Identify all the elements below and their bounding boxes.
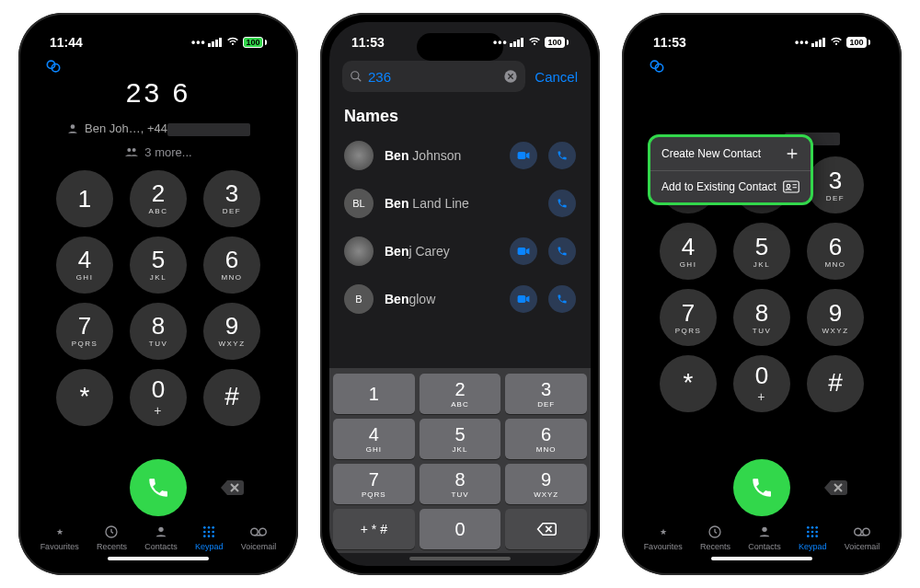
signal-dots-icon: ••• [795,36,808,49]
home-indicator[interactable] [409,557,511,560]
clock: 11:53 [351,35,385,50]
keypad-key-8[interactable]: 8TUV [733,289,790,346]
tab-bar: ★Favourites Recents Contacts Keypad Voic… [28,516,289,553]
keyboard-key-8[interactable]: 8TUV [420,464,501,504]
svg-point-36 [816,531,819,534]
video-call-button[interactable] [510,285,537,313]
keyboard-key-0[interactable]: 0 [420,509,501,549]
audio-call-button[interactable] [548,237,576,265]
menu-create-contact[interactable]: Create New Contact [650,137,811,170]
dialer-screen: 11:44 ••• 100 23 6 Ben Joh…, +44 [28,22,289,566]
tab-contacts[interactable]: Contacts [748,524,781,551]
keyboard-key-6[interactable]: 6MNO [505,419,587,459]
svg-point-14 [208,535,211,537]
keypad-key-0[interactable]: 0+ [733,355,790,412]
tab-keypad[interactable]: Keypad [195,524,224,551]
video-call-button[interactable] [510,237,537,265]
avatar: BL [344,189,374,218]
svg-point-2 [71,124,75,129]
svg-point-7 [203,526,206,529]
keyboard-key-5[interactable]: 5JKL [420,419,501,459]
search-results: Ben JohnsonBLBen Land LineBenj CareyBBen… [329,132,591,323]
search-result[interactable]: Benj Carey [329,227,591,275]
sim-filter-icon[interactable] [44,57,63,79]
keypad-key-1[interactable]: 1 [56,170,113,227]
suggested-contact-row[interactable]: Ben Joh…, +44 [28,121,289,136]
keypad-key-4[interactable]: 4GHI [660,223,717,280]
tab-recents[interactable]: Recents [97,524,127,551]
keypad-key-hash[interactable]: # [807,355,864,412]
search-input[interactable]: 236 [342,61,525,92]
keyboard-key-1[interactable]: 1 [333,374,415,414]
tab-favourites[interactable]: ★Favourites [644,524,683,551]
search-result[interactable]: BBenglow [329,275,591,323]
clear-search-icon[interactable] [503,69,518,84]
svg-rect-21 [518,248,526,255]
tab-keypad[interactable]: Keypad [799,524,827,551]
audio-call-button[interactable] [548,190,576,217]
keypad-key-2[interactable]: 2ABC [130,170,187,227]
svg-point-6 [158,527,163,532]
keypad-key-7[interactable]: 7PQRS [660,289,717,346]
redacted-number [167,123,250,136]
status-bar: 11:53 ••• 100 [631,22,892,53]
keypad-key-star[interactable]: * [56,369,113,426]
home-indicator[interactable] [711,557,812,560]
svg-point-8 [208,526,211,529]
keyboard-key-4[interactable]: 4GHI [333,419,415,459]
sim-filter-icon[interactable] [648,57,666,79]
search-result[interactable]: Ben Johnson [329,132,591,179]
keypad-key-6[interactable]: 6MNO [807,223,864,280]
tab-favourites[interactable]: ★Favourites [40,524,79,551]
keyboard-key-9[interactable]: 9WXYZ [505,464,587,504]
status-bar: 11:53 ••• 100 [329,22,591,53]
keypad-key-5[interactable]: 5JKL [733,223,790,280]
svg-point-11 [208,531,211,534]
dialer-screen-with-menu: 11:53 ••• 100 Create New Contact Add to … [631,22,892,566]
tab-voicemail[interactable]: Voicemail [241,524,277,551]
keyboard-backspace-key[interactable] [505,509,587,549]
wifi-icon [830,35,843,50]
keypad-key-4[interactable]: 4GHI [56,236,113,294]
audio-call-button[interactable] [548,285,576,313]
audio-call-button[interactable] [548,142,576,169]
avatar [344,141,374,170]
keyboard-symbols-key[interactable]: + * # [333,509,415,549]
keyboard-key-2[interactable]: 2ABC [420,374,501,414]
backspace-button[interactable] [807,459,864,516]
svg-point-26 [787,184,790,188]
keypad-key-9[interactable]: 9WXYZ [203,303,260,360]
tab-contacts[interactable]: Contacts [144,524,178,551]
backspace-icon [536,522,557,536]
backspace-icon [219,478,245,497]
keypad-key-3[interactable]: 3DEF [807,156,864,213]
video-call-button[interactable] [510,142,537,169]
svg-rect-20 [518,152,526,159]
keypad-key-5[interactable]: 5JKL [130,236,187,294]
keypad-key-6[interactable]: 6MNO [203,236,260,294]
keypad-key-0[interactable]: 0+ [130,369,187,426]
keypad-key-7[interactable]: 7PQRS [56,303,113,360]
keypad-key-8[interactable]: 8TUV [130,303,187,360]
more-matches-row[interactable]: 3 more... [28,145,289,159]
battery-indicator: 100 [846,37,870,48]
keypad-key-hash[interactable]: # [203,369,260,426]
menu-add-existing[interactable]: Add to Existing Contact [650,170,811,202]
search-result[interactable]: BLBen Land Line [329,179,591,227]
keyboard-key-3[interactable]: 3DEF [505,374,587,414]
svg-point-35 [811,531,814,534]
home-indicator[interactable] [108,557,209,560]
cancel-button[interactable]: Cancel [535,69,578,85]
keyboard-key-7[interactable]: 7PQRS [333,464,415,504]
call-button[interactable] [733,459,790,516]
backspace-button[interactable] [203,459,260,516]
keypad-key-9[interactable]: 9WXYZ [807,289,864,346]
keypad-key-3[interactable]: 3DEF [203,170,260,227]
tab-recents[interactable]: Recents [700,524,730,551]
status-bar: 11:44 ••• 100 [28,22,289,53]
phone-2: 11:53 ••• 100 236 Cancel Names Ben Johns… [320,13,600,575]
keypad-key-star[interactable]: * [660,355,717,412]
tab-voicemail[interactable]: Voicemail [845,524,880,551]
clock: 11:53 [653,35,686,50]
call-button[interactable] [130,459,187,516]
